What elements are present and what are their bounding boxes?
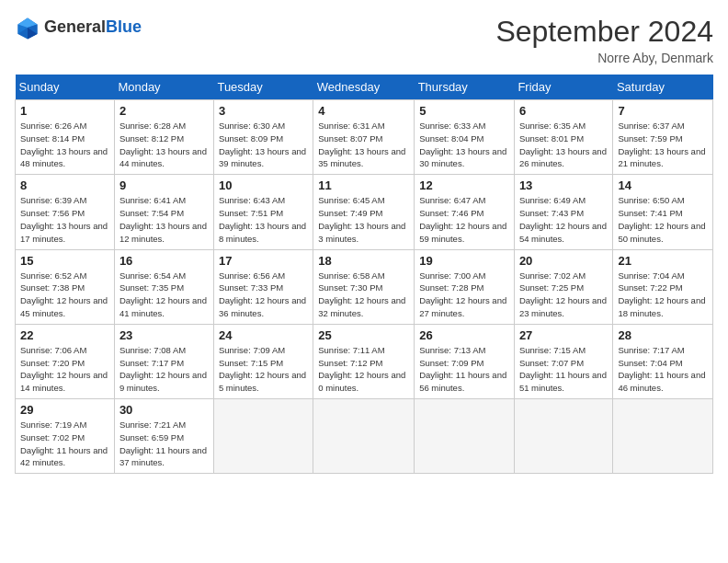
day-number: 10 (219, 178, 308, 192)
day-number: 8 (20, 178, 109, 192)
calendar-cell: 22Sunrise: 7:06 AMSunset: 7:20 PMDayligh… (16, 324, 115, 398)
day-info: Sunrise: 6:54 AMSunset: 7:35 PMDaylight:… (119, 270, 207, 318)
day-number: 27 (519, 328, 609, 342)
day-number: 2 (119, 104, 209, 118)
header: GeneralBlue September 2024 Norre Aby, De… (15, 15, 713, 65)
day-info: Sunrise: 6:49 AMSunset: 7:43 PMDaylight:… (519, 195, 607, 243)
calendar-cell: 30Sunrise: 7:21 AMSunset: 6:59 PMDayligh… (114, 399, 213, 474)
day-info: Sunrise: 7:13 AMSunset: 7:09 PMDaylight:… (419, 345, 506, 393)
calendar-cell: 10Sunrise: 6:43 AMSunset: 7:51 PMDayligh… (213, 175, 313, 249)
logo-general: General (44, 17, 106, 36)
day-info: Sunrise: 7:09 AMSunset: 7:15 PMDaylight:… (219, 345, 306, 393)
calendar-week-5: 29Sunrise: 7:19 AMSunset: 7:02 PMDayligh… (16, 399, 713, 474)
logo-icon (15, 15, 40, 40)
location: Norre Aby, Denmark (495, 51, 713, 65)
day-number: 24 (219, 328, 308, 342)
day-number: 21 (618, 254, 708, 268)
logo: GeneralBlue (15, 15, 142, 40)
calendar-cell: 24Sunrise: 7:09 AMSunset: 7:15 PMDayligh… (213, 324, 313, 398)
calendar-week-4: 22Sunrise: 7:06 AMSunset: 7:20 PMDayligh… (16, 324, 713, 398)
calendar-cell: 17Sunrise: 6:56 AMSunset: 7:33 PMDayligh… (213, 249, 313, 324)
calendar-cell (415, 399, 515, 474)
calendar-cell: 14Sunrise: 6:50 AMSunset: 7:41 PMDayligh… (613, 175, 713, 249)
day-number: 12 (419, 178, 509, 192)
day-number: 1 (20, 104, 109, 118)
day-info: Sunrise: 6:28 AMSunset: 8:12 PMDaylight:… (119, 121, 207, 168)
calendar-cell (613, 399, 713, 474)
day-number: 3 (219, 104, 308, 118)
day-number: 18 (318, 254, 409, 268)
day-number: 29 (20, 403, 109, 417)
day-info: Sunrise: 6:47 AMSunset: 7:46 PMDaylight:… (419, 195, 506, 243)
day-number: 7 (618, 104, 708, 118)
col-thursday: Thursday (415, 75, 515, 100)
day-info: Sunrise: 7:11 AMSunset: 7:12 PMDaylight:… (318, 345, 405, 393)
day-info: Sunrise: 6:41 AMSunset: 7:54 PMDaylight:… (119, 195, 207, 243)
calendar-cell: 1Sunrise: 6:26 AMSunset: 8:14 PMDaylight… (16, 100, 115, 175)
day-number: 17 (219, 254, 308, 268)
day-info: Sunrise: 6:31 AMSunset: 8:07 PMDaylight:… (318, 121, 405, 168)
calendar-cell: 26Sunrise: 7:13 AMSunset: 7:09 PMDayligh… (415, 324, 515, 398)
day-info: Sunrise: 7:02 AMSunset: 7:25 PMDaylight:… (519, 270, 607, 318)
day-number: 11 (318, 178, 409, 192)
day-number: 28 (618, 328, 708, 342)
calendar-cell: 15Sunrise: 6:52 AMSunset: 7:38 PMDayligh… (16, 249, 115, 324)
day-info: Sunrise: 6:26 AMSunset: 8:14 PMDaylight:… (20, 121, 108, 168)
calendar-cell: 16Sunrise: 6:54 AMSunset: 7:35 PMDayligh… (114, 249, 213, 324)
day-number: 14 (618, 178, 708, 192)
calendar-cell: 29Sunrise: 7:19 AMSunset: 7:02 PMDayligh… (16, 399, 115, 474)
day-info: Sunrise: 6:56 AMSunset: 7:33 PMDaylight:… (219, 270, 306, 318)
calendar-week-1: 1Sunrise: 6:26 AMSunset: 8:14 PMDaylight… (16, 100, 713, 175)
day-number: 30 (119, 403, 209, 417)
day-number: 16 (119, 254, 209, 268)
calendar-cell: 20Sunrise: 7:02 AMSunset: 7:25 PMDayligh… (514, 249, 613, 324)
day-number: 22 (20, 328, 109, 342)
calendar-cell: 25Sunrise: 7:11 AMSunset: 7:12 PMDayligh… (313, 324, 415, 398)
calendar-week-2: 8Sunrise: 6:39 AMSunset: 7:56 PMDaylight… (16, 175, 713, 249)
day-number: 20 (519, 254, 609, 268)
col-saturday: Saturday (613, 75, 713, 100)
day-number: 26 (419, 328, 509, 342)
day-info: Sunrise: 7:08 AMSunset: 7:17 PMDaylight:… (119, 345, 207, 393)
day-info: Sunrise: 7:00 AMSunset: 7:28 PMDaylight:… (419, 270, 506, 318)
calendar-cell: 9Sunrise: 6:41 AMSunset: 7:54 PMDaylight… (114, 175, 213, 249)
calendar-cell: 21Sunrise: 7:04 AMSunset: 7:22 PMDayligh… (613, 249, 713, 324)
calendar-cell: 3Sunrise: 6:30 AMSunset: 8:09 PMDaylight… (213, 100, 313, 175)
calendar: Sunday Monday Tuesday Wednesday Thursday… (15, 75, 713, 474)
calendar-cell: 2Sunrise: 6:28 AMSunset: 8:12 PMDaylight… (114, 100, 213, 175)
col-sunday: Sunday (16, 75, 115, 100)
calendar-cell: 27Sunrise: 7:15 AMSunset: 7:07 PMDayligh… (514, 324, 613, 398)
day-info: Sunrise: 6:52 AMSunset: 7:38 PMDaylight:… (20, 270, 108, 318)
day-number: 25 (318, 328, 409, 342)
day-info: Sunrise: 6:33 AMSunset: 8:04 PMDaylight:… (419, 121, 506, 168)
day-number: 19 (419, 254, 509, 268)
day-number: 5 (419, 104, 509, 118)
day-number: 13 (519, 178, 609, 192)
calendar-week-3: 15Sunrise: 6:52 AMSunset: 7:38 PMDayligh… (16, 249, 713, 324)
calendar-cell: 11Sunrise: 6:45 AMSunset: 7:49 PMDayligh… (313, 175, 415, 249)
day-number: 4 (318, 104, 409, 118)
col-friday: Friday (514, 75, 613, 100)
day-info: Sunrise: 7:19 AMSunset: 7:02 PMDaylight:… (20, 419, 108, 467)
calendar-cell: 7Sunrise: 6:37 AMSunset: 7:59 PMDaylight… (613, 100, 713, 175)
day-info: Sunrise: 6:45 AMSunset: 7:49 PMDaylight:… (318, 195, 405, 243)
page: GeneralBlue September 2024 Norre Aby, De… (0, 0, 728, 563)
calendar-cell (313, 399, 415, 474)
calendar-cell: 23Sunrise: 7:08 AMSunset: 7:17 PMDayligh… (114, 324, 213, 398)
day-info: Sunrise: 6:39 AMSunset: 7:56 PMDaylight:… (20, 195, 108, 243)
day-info: Sunrise: 7:15 AMSunset: 7:07 PMDaylight:… (519, 345, 607, 393)
day-info: Sunrise: 7:06 AMSunset: 7:20 PMDaylight:… (20, 345, 108, 393)
calendar-cell: 28Sunrise: 7:17 AMSunset: 7:04 PMDayligh… (613, 324, 713, 398)
logo-blue: Blue (106, 17, 142, 36)
calendar-cell (514, 399, 613, 474)
day-number: 9 (119, 178, 209, 192)
calendar-cell: 19Sunrise: 7:00 AMSunset: 7:28 PMDayligh… (415, 249, 515, 324)
day-info: Sunrise: 6:30 AMSunset: 8:09 PMDaylight:… (219, 121, 306, 168)
calendar-cell: 13Sunrise: 6:49 AMSunset: 7:43 PMDayligh… (514, 175, 613, 249)
day-info: Sunrise: 6:50 AMSunset: 7:41 PMDaylight:… (618, 195, 705, 243)
calendar-cell: 4Sunrise: 6:31 AMSunset: 8:07 PMDaylight… (313, 100, 415, 175)
col-tuesday: Tuesday (213, 75, 313, 100)
col-wednesday: Wednesday (313, 75, 415, 100)
day-info: Sunrise: 6:43 AMSunset: 7:51 PMDaylight:… (219, 195, 306, 243)
day-number: 15 (20, 254, 109, 268)
